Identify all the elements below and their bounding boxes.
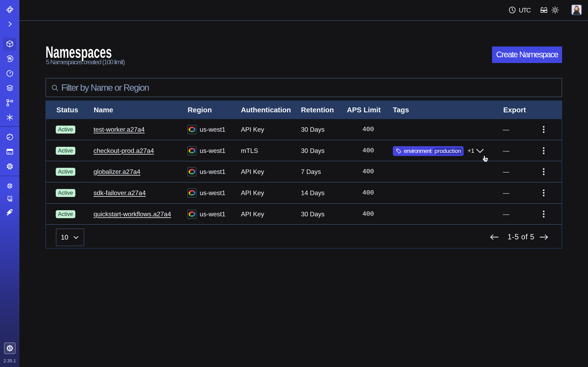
svg-text:$: $ xyxy=(9,346,11,350)
